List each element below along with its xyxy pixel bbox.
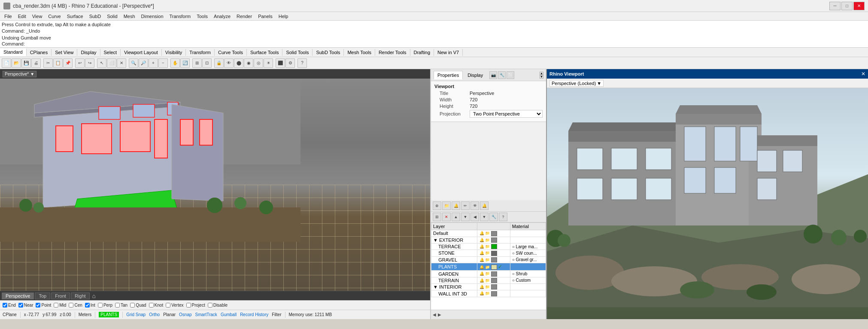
menu-item-edit[interactable]: Edit — [15, 13, 29, 19]
menu-item-file[interactable]: File — [2, 13, 15, 19]
toolbar-tab-surface-tools[interactable]: Surface Tools — [247, 49, 282, 56]
osnap-perp[interactable]: Perp — [98, 303, 112, 308]
layer-color-swatch[interactable] — [491, 265, 497, 270]
tb-help[interactable]: ? — [297, 58, 307, 68]
tb-save[interactable]: 💾 — [21, 58, 31, 68]
menu-item-subd[interactable]: SubD — [87, 13, 104, 19]
toolbar-tab-mesh-tools[interactable]: Mesh Tools — [344, 49, 375, 56]
tb-open[interactable]: 📂 — [12, 58, 21, 68]
osnap-end[interactable]: End — [3, 303, 16, 308]
tb-redo[interactable]: ↪ — [85, 58, 94, 68]
layer-down-btn[interactable]: ▼ — [461, 213, 470, 221]
planar-toggle[interactable]: Planar — [163, 312, 176, 317]
layer-row-gravel[interactable]: GRAVEL🔔📁○ Gravel gr... — [431, 256, 546, 263]
vp-tab-top[interactable]: Top — [35, 292, 50, 299]
toolbar-tab-select[interactable]: Select — [100, 49, 121, 56]
filter-toggle[interactable]: Filter — [272, 312, 281, 317]
command-input[interactable] — [26, 41, 112, 46]
layer-bell2-btn[interactable]: 🔔 — [480, 201, 489, 210]
tb-copy[interactable]: 📋 — [53, 58, 63, 68]
layer-lock-icon[interactable]: 🔔 — [480, 251, 484, 255]
layer-vis-icon[interactable]: 📁 — [485, 271, 490, 276]
osnap-checkbox-disable[interactable] — [208, 303, 212, 308]
tb-rotate[interactable]: 🔄 — [180, 58, 190, 68]
tb-zoom-out[interactable]: − — [158, 58, 168, 68]
osnap-checkbox-vertex[interactable] — [166, 303, 170, 308]
menu-item-render[interactable]: Render — [234, 13, 255, 19]
layer-vis-icon[interactable]: 📁 — [485, 244, 490, 249]
tb-paste[interactable]: 📌 — [63, 58, 73, 68]
layer-collapse-left[interactable]: ◀ — [433, 312, 436, 317]
layer-tri-btn[interactable]: ◀ — [470, 213, 479, 221]
layer-lock-icon[interactable]: 🔔 — [480, 291, 484, 295]
layer-color-swatch[interactable] — [491, 257, 497, 262]
layer-row-exterior[interactable]: ▼ EXTERIOR🔔📁 — [431, 237, 546, 243]
layer-indicator[interactable]: PLANTS — [99, 312, 119, 317]
layer-vis-icon[interactable]: 📁 — [485, 251, 490, 255]
prop-scroll-up[interactable]: ▲ — [540, 72, 543, 75]
vp-tab-front[interactable]: Front — [51, 292, 70, 299]
osnap-checkbox-project[interactable] — [186, 303, 191, 308]
tab-properties[interactable]: Properties — [434, 71, 463, 79]
layer-collapse-right[interactable]: ▶ — [438, 312, 441, 317]
tb-window-sel[interactable]: ⬜ — [107, 58, 116, 68]
osnap-checkbox-knot[interactable] — [149, 303, 154, 308]
tb-zoom-in[interactable]: + — [149, 58, 158, 68]
tb-sun[interactable]: ☀ — [264, 58, 273, 68]
osnap-point[interactable]: Point — [36, 303, 51, 308]
osnap-checkbox-tan[interactable] — [115, 303, 120, 308]
tb-undo[interactable]: ↩ — [75, 58, 85, 68]
layer-wrench-btn[interactable]: 🔧 — [489, 213, 498, 221]
osnap-checkbox-int[interactable] — [85, 303, 90, 308]
tb-shaded[interactable]: ⬤ — [234, 58, 243, 68]
osnap-checkbox-point[interactable] — [36, 303, 40, 308]
menu-item-curve[interactable]: Curve — [46, 13, 63, 19]
osnap-knot[interactable]: Knot — [149, 303, 164, 308]
prop-scroll-down[interactable]: ▼ — [540, 75, 543, 79]
layer-color-swatch[interactable] — [491, 244, 497, 249]
tb-pan[interactable]: ✋ — [170, 58, 180, 68]
osnap-checkbox-end[interactable] — [3, 303, 7, 308]
layer-lock-icon[interactable]: 🔔 — [480, 265, 484, 269]
tb-print[interactable]: 🖨 — [31, 58, 41, 68]
osnap-checkbox-near[interactable] — [18, 303, 23, 308]
layer-lock-icon[interactable]: 🔔 — [480, 278, 484, 283]
maximize-button[interactable]: □ — [841, 2, 853, 10]
layer-vis-icon[interactable]: 📁 — [485, 291, 490, 295]
menu-item-view[interactable]: View — [30, 13, 45, 19]
toolbar-tab-display[interactable]: Display — [77, 49, 100, 56]
tb-lock[interactable]: 🔒 — [214, 58, 224, 68]
layer-color-swatch[interactable] — [491, 238, 497, 243]
menu-item-mesh[interactable]: Mesh — [121, 13, 138, 19]
layer-row-garden[interactable]: GARDEN🔔📁○ Shrub — [431, 271, 546, 277]
layer-filter-btn[interactable]: ▼ — [480, 213, 489, 221]
tb-snap[interactable]: ⊡ — [202, 58, 212, 68]
minimize-button[interactable]: ─ — [829, 2, 841, 10]
layer-color-swatch[interactable] — [491, 231, 497, 236]
tb-material[interactable]: ◎ — [254, 58, 263, 68]
layer-bell-btn[interactable]: 🔔 — [452, 201, 460, 210]
tb-select[interactable]: ↖ — [97, 58, 106, 68]
ortho-toggle[interactable]: Ortho — [149, 312, 160, 317]
osnap-tan[interactable]: Tan — [115, 303, 127, 308]
osnap-toggle[interactable]: Osnap — [179, 312, 191, 317]
layer-help-btn[interactable]: ? — [499, 213, 507, 221]
layer-row-stone[interactable]: STONE🔔📁○ SW coun... — [431, 250, 546, 256]
projection-select[interactable]: Perspective Two Point Perspective Orthog… — [470, 110, 543, 118]
layer-row-default[interactable]: Default🔔📁 — [431, 230, 546, 237]
layer-row-interior[interactable]: ▼ INTERIOR🔔📁 — [431, 284, 546, 290]
osnap-disable[interactable]: Disable — [208, 303, 228, 308]
layer-vis-icon[interactable]: 📁 — [485, 278, 490, 283]
tb-zoom-ext[interactable]: 🔍 — [129, 58, 138, 68]
object-props-icon[interactable]: 🔧 — [498, 71, 506, 79]
tb-settings[interactable]: ⚙ — [285, 58, 295, 68]
rhino-canvas[interactable] — [547, 88, 868, 319]
layer-color-swatch[interactable] — [491, 291, 497, 296]
toolbar-tab-set-view[interactable]: Set View — [52, 49, 77, 56]
osnap-checkbox-quad[interactable] — [130, 303, 135, 308]
rhino-panel-close[interactable]: ✕ — [861, 71, 865, 77]
camera-icon[interactable]: 📷 — [489, 71, 497, 79]
osnap-vertex[interactable]: Vertex — [166, 303, 183, 308]
tb-deselect[interactable]: ✕ — [117, 58, 126, 68]
menu-item-transform[interactable]: Transform — [167, 13, 194, 19]
